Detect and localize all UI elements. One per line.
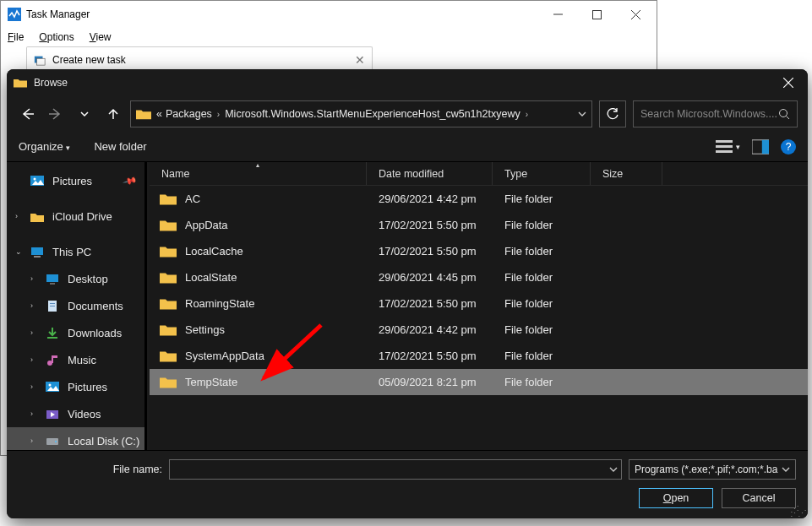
- documents-icon: [46, 300, 59, 312]
- splitter[interactable]: [144, 162, 147, 450]
- file-type-filter[interactable]: Programs (*.exe;*.pif;*.com;*.ba: [629, 459, 796, 480]
- tree-item-downloads[interactable]: ›Downloads: [7, 319, 144, 346]
- task-manager-menubar: File Options View: [1, 28, 657, 46]
- chevron-down-icon[interactable]: ⌄: [15, 247, 22, 256]
- tree-item-label: Pictures: [52, 175, 92, 187]
- file-row[interactable]: TempState05/09/2021 8:21 pmFile folder: [150, 369, 808, 395]
- pin-icon[interactable]: 📌: [123, 173, 139, 188]
- sort-asc-icon: ▴: [256, 161, 259, 169]
- chevron-right-icon[interactable]: ›: [30, 437, 33, 445]
- file-row[interactable]: LocalState29/06/2021 4:45 pmFile folder: [150, 264, 808, 290]
- file-row[interactable]: SystemAppData17/02/2021 5:50 pmFile fold…: [150, 343, 808, 369]
- cancel-button[interactable]: Cancel: [722, 488, 796, 508]
- file-row[interactable]: AppData17/02/2021 5:50 pmFile folder: [150, 212, 808, 238]
- menu-file[interactable]: File: [8, 31, 24, 43]
- arrow-left-icon: [20, 107, 34, 121]
- chevron-down-icon[interactable]: [578, 110, 586, 118]
- chevron-down-icon: ▾: [66, 144, 70, 152]
- folder-icon: [160, 245, 177, 258]
- dialog-bottom: File name: Programs (*.exe;*.pif;*.com;*…: [7, 450, 808, 518]
- breadcrumb-2[interactable]: Microsoft.Windows.StartMenuExperienceHos…: [225, 108, 520, 120]
- view-menu-button[interactable]: ▾: [716, 139, 740, 155]
- file-date: 29/06/2021 4:42 pm: [367, 323, 493, 336]
- file-name-input[interactable]: [169, 459, 622, 480]
- browse-titlebar[interactable]: Browse: [7, 69, 808, 96]
- svg-rect-13: [716, 150, 733, 153]
- column-headers[interactable]: Name▴ Date modified Type Size: [150, 162, 808, 186]
- task-manager-icon: [8, 8, 21, 21]
- menu-view[interactable]: View: [90, 31, 112, 43]
- dialog-close-icon[interactable]: ✕: [355, 53, 365, 67]
- svg-rect-23: [50, 303, 55, 304]
- navigation-tree[interactable]: Pictures📌›iCloud Drive⌄This PC›Desktop›D…: [7, 162, 144, 450]
- breadcrumb-overflow[interactable]: «: [156, 108, 162, 120]
- preview-pane-icon[interactable]: [752, 139, 769, 155]
- tree-item-pictures[interactable]: Pictures📌: [7, 167, 144, 194]
- column-date[interactable]: Date modified: [367, 162, 493, 185]
- file-row[interactable]: Settings29/06/2021 4:42 pmFile folder: [150, 317, 808, 343]
- nav-up-button[interactable]: [103, 104, 123, 124]
- new-folder-button[interactable]: New folder: [94, 140, 146, 153]
- tree-item-videos[interactable]: ›Videos: [7, 400, 144, 427]
- nav-forward-button[interactable]: [46, 104, 66, 124]
- maximize-button[interactable]: [577, 1, 616, 28]
- column-name[interactable]: Name▴: [150, 162, 367, 185]
- tree-item-documents[interactable]: ›Documents: [7, 292, 144, 319]
- file-row[interactable]: AC29/06/2021 4:42 pmFile folder: [150, 186, 808, 212]
- chevron-right-icon[interactable]: ›: [30, 328, 33, 337]
- folder-icon: [160, 376, 177, 388]
- music-icon: [46, 354, 59, 366]
- arrow-up-icon: [106, 107, 120, 121]
- help-button[interactable]: ?: [781, 139, 796, 155]
- chevron-right-icon[interactable]: ›: [15, 212, 18, 220]
- tree-item-this-pc[interactable]: ⌄This PC: [7, 238, 144, 265]
- svg-rect-20: [46, 274, 58, 282]
- tree-item-label: iCloud Drive: [52, 210, 112, 223]
- tree-item-music[interactable]: ›Music: [7, 346, 144, 373]
- column-size[interactable]: Size: [591, 162, 662, 185]
- breadcrumb-1[interactable]: Packages: [166, 108, 212, 120]
- svg-rect-25: [47, 337, 57, 339]
- svg-line-10: [787, 117, 790, 120]
- file-name-label: File name:: [19, 464, 162, 475]
- chevron-down-icon[interactable]: [609, 465, 618, 474]
- list-view-icon: [716, 139, 733, 155]
- svg-rect-18: [31, 247, 43, 255]
- file-date: 29/06/2021 4:45 pm: [367, 271, 493, 284]
- file-list[interactable]: AC29/06/2021 4:42 pmFile folderAppData17…: [150, 186, 808, 450]
- file-row[interactable]: LocalCache17/02/2021 5:50 pmFile folder: [150, 238, 808, 264]
- minimize-button[interactable]: [538, 1, 577, 28]
- nav-back-button[interactable]: [17, 104, 37, 124]
- pc-icon: [30, 246, 44, 258]
- chevron-right-icon[interactable]: ›: [30, 274, 33, 283]
- chevron-right-icon[interactable]: ›: [30, 382, 33, 391]
- task-manager-titlebar[interactable]: Task Manager: [1, 1, 657, 28]
- resize-grip[interactable]: ⋰⋰⋰: [790, 507, 805, 516]
- chevron-right-icon[interactable]: ›: [30, 355, 33, 364]
- tree-item-icloud-drive[interactable]: ›iCloud Drive: [7, 203, 144, 230]
- chevron-right-icon[interactable]: ›: [30, 409, 33, 418]
- tree-item-local-disk-c-[interactable]: ›Local Disk (C:): [7, 427, 144, 450]
- chevron-right-icon[interactable]: ›: [30, 301, 33, 310]
- address-bar[interactable]: « Packages› Microsoft.Windows.StartMenuE…: [130, 100, 592, 127]
- create-task-label: Create new task: [52, 54, 126, 66]
- nav-recent-button[interactable]: [74, 104, 95, 124]
- browse-close-button[interactable]: [769, 69, 808, 96]
- menu-options[interactable]: Options: [39, 31, 74, 43]
- search-input[interactable]: Search Microsoft.Windows....: [633, 100, 798, 127]
- organize-menu[interactable]: Organize ▾: [19, 140, 70, 153]
- tree-item-label: This PC: [52, 246, 91, 258]
- tree-item-pictures[interactable]: ›Pictures: [7, 373, 144, 400]
- file-row[interactable]: RoamingState17/02/2021 5:50 pmFile folde…: [150, 290, 808, 317]
- open-button[interactable]: Open: [639, 488, 713, 508]
- browse-title: Browse: [34, 77, 68, 89]
- pictures-icon: [30, 175, 44, 187]
- column-type[interactable]: Type: [493, 162, 591, 185]
- close-button[interactable]: [616, 1, 655, 28]
- refresh-button[interactable]: [599, 100, 626, 127]
- arrow-right-icon: [49, 107, 63, 121]
- minimize-icon: [553, 10, 563, 19]
- file-name: TempState: [185, 376, 237, 388]
- tree-item-desktop[interactable]: ›Desktop: [7, 265, 144, 292]
- file-name: RoamingState: [185, 297, 254, 310]
